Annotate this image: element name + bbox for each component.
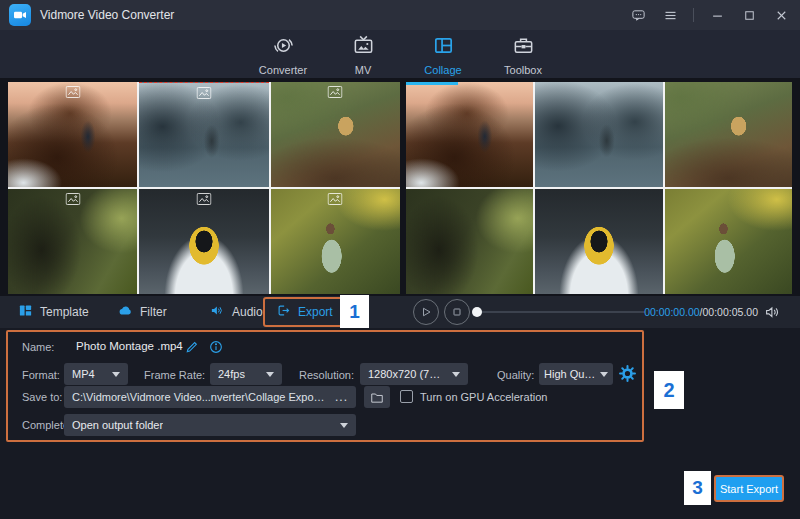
start-export-button[interactable]: Start Export <box>714 475 784 502</box>
collage-editor-grid <box>8 82 400 294</box>
image-placeholder-icon <box>196 193 211 205</box>
menu-icon[interactable] <box>661 6 679 24</box>
chevron-down-icon <box>340 423 348 428</box>
filter-label: Filter <box>140 305 167 319</box>
gear-icon[interactable] <box>618 364 637 383</box>
main-tab-bar: Converter MV Collage Toolbox <box>0 30 800 78</box>
chevron-down-icon <box>266 372 274 377</box>
tab-mv[interactable]: MV <box>328 34 398 76</box>
collage-cell-bay[interactable] <box>139 82 268 187</box>
preview-cell-bay <box>535 82 662 187</box>
export-label: Export <box>298 305 333 319</box>
filter-tab[interactable]: Filter <box>118 296 167 328</box>
name-label: Name: <box>22 341 54 353</box>
save-path-value: C:\Vidmore\Vidmore Video...nverter\Colla… <box>72 391 327 403</box>
template-tab[interactable]: Template <box>18 296 89 328</box>
collage-cell-foliage[interactable] <box>271 189 400 294</box>
audio-label: Audio <box>232 305 263 319</box>
preview-trim-indicator <box>406 82 458 85</box>
export-icon <box>276 303 291 322</box>
image-placeholder-icon <box>65 86 80 98</box>
chevron-down-icon <box>452 372 460 377</box>
stop-button[interactable] <box>444 299 470 325</box>
converter-icon <box>272 34 295 61</box>
gpu-label: Turn on GPU Acceleration <box>420 391 547 403</box>
collage-cell-cliff[interactable] <box>8 82 137 187</box>
template-label: Template <box>40 305 89 319</box>
preview-cell-bridge <box>665 82 792 187</box>
tab-converter-label: Converter <box>259 64 307 76</box>
preview-cell-forest <box>406 189 533 294</box>
volume-icon[interactable] <box>764 303 782 321</box>
mv-icon <box>352 34 375 61</box>
feedback-icon[interactable] <box>629 6 647 24</box>
content-area <box>0 78 800 296</box>
tab-collage-label: Collage <box>424 64 461 76</box>
info-icon[interactable] <box>208 339 224 355</box>
frame-rate-label: Frame Rate: <box>144 369 205 381</box>
collage-cell-bridge[interactable] <box>271 82 400 187</box>
playback-slider[interactable] <box>473 311 645 313</box>
export-tab-annotation-box[interactable]: Export <box>263 297 346 327</box>
name-value: Photo Montage .mp4 <box>76 340 183 352</box>
export-settings-panel: Name: Photo Montage .mp4 Format: MP4 Fra… <box>6 330 644 442</box>
format-label: Format: <box>22 369 60 381</box>
image-placeholder-icon <box>196 87 211 99</box>
resolution-dropdown[interactable]: 1280x720 (720p) <box>360 363 468 385</box>
preview-pane <box>406 82 792 294</box>
audio-icon <box>210 303 225 322</box>
annotation-step-1: 1 <box>340 295 369 328</box>
tab-toolbox[interactable]: Toolbox <box>488 34 558 76</box>
annotation-step-3: 3 <box>684 471 711 505</box>
preview-cell-foliage <box>665 189 792 294</box>
save-path-field[interactable]: C:\Vidmore\Vidmore Video...nverter\Colla… <box>64 386 356 408</box>
image-placeholder-icon <box>65 193 80 205</box>
time-display: 00:00:00.00/00:00:05.00 <box>644 306 758 318</box>
tab-toolbox-label: Toolbox <box>504 64 542 76</box>
preview-cell-snow <box>535 189 662 294</box>
current-time: 00:00:00.00 <box>644 306 699 318</box>
tab-mv-label: MV <box>355 64 372 76</box>
chevron-down-icon <box>600 372 608 377</box>
maximize-button[interactable] <box>740 6 758 24</box>
app-logo-icon <box>9 4 31 26</box>
collage-cell-forest[interactable] <box>8 189 137 294</box>
tab-collage[interactable]: Collage <box>408 34 478 76</box>
title-bar: Vidmore Video Converter <box>0 0 800 30</box>
quality-label: Quality: <box>497 369 534 381</box>
frame-rate-dropdown[interactable]: 24fps <box>210 363 282 385</box>
app-window: Vidmore Video Converter <box>0 0 800 519</box>
filter-icon <box>118 303 133 322</box>
titlebar-separator <box>693 8 694 22</box>
window-title: Vidmore Video Converter <box>40 8 174 22</box>
tab-converter[interactable]: Converter <box>248 34 318 76</box>
format-dropdown[interactable]: MP4 <box>64 363 128 385</box>
annotation-step-2: 2 <box>654 371 684 409</box>
template-icon <box>18 303 33 322</box>
image-placeholder-icon <box>328 193 343 205</box>
edit-name-icon[interactable] <box>184 339 200 355</box>
total-time: /00:00:05.00 <box>700 306 758 318</box>
image-placeholder-icon <box>328 86 343 98</box>
minimize-button[interactable] <box>708 6 726 24</box>
open-folder-button[interactable] <box>364 386 390 408</box>
collage-icon <box>432 34 455 61</box>
complete-dropdown[interactable]: Open output folder <box>64 414 356 436</box>
play-button[interactable] <box>413 299 439 325</box>
save-to-label: Save to: <box>22 391 62 403</box>
sub-toolbar: Template Filter Audio Export <box>0 296 800 328</box>
quality-dropdown[interactable]: High Quality <box>539 363 613 385</box>
collage-cell-snow[interactable] <box>139 189 268 294</box>
close-button[interactable] <box>772 6 790 24</box>
preview-cell-cliff <box>406 82 533 187</box>
playback-slider-handle[interactable] <box>472 307 482 317</box>
browse-button[interactable]: ... <box>327 390 348 404</box>
chevron-down-icon <box>112 372 120 377</box>
toolbox-icon <box>512 34 535 61</box>
audio-tab[interactable]: Audio <box>210 296 263 328</box>
resolution-label: Resolution: <box>299 369 354 381</box>
gpu-checkbox[interactable] <box>400 390 413 403</box>
